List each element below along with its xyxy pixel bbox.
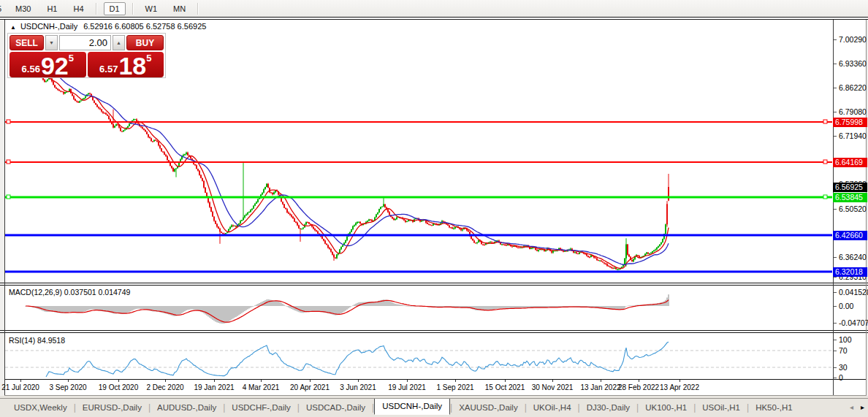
price-line-badge: 6.75998 xyxy=(833,118,867,127)
candle-body xyxy=(184,154,186,155)
level-line-anchor[interactable] xyxy=(823,160,827,164)
candle-body xyxy=(129,124,130,126)
date-axis[interactable]: 21 Jul 20203 Sep 202019 Oct 20202 Dec 20… xyxy=(4,380,833,395)
timeframe-h1[interactable]: H1 xyxy=(42,2,62,15)
candle-body xyxy=(460,229,462,230)
timeframe-mn[interactable]: MN xyxy=(168,2,191,15)
level-line-anchor[interactable] xyxy=(7,160,10,164)
date-tick-mark xyxy=(20,380,21,382)
timeframe-d1[interactable]: D1 xyxy=(104,2,126,15)
tab-uk100-h1[interactable]: UK100-,H1 xyxy=(639,401,693,414)
candle-body xyxy=(329,248,330,249)
sell-price-sup: 5 xyxy=(69,53,74,64)
main-macd-separator[interactable] xyxy=(0,283,868,286)
sell-price-quote[interactable]: 6.56 92 5 xyxy=(9,52,86,77)
candle-body xyxy=(159,145,161,148)
trade-quotes-row: 6.56 92 5 6.57 18 5 xyxy=(9,52,164,77)
price-axis[interactable]: 7.002906.933606.862206.790806.719406.576… xyxy=(833,0,868,398)
candle-body xyxy=(659,245,660,247)
candle-body xyxy=(332,252,333,255)
tab-xauusd-daily[interactable]: XAUUSD-,Daily xyxy=(452,401,525,414)
level-line-anchor[interactable] xyxy=(823,195,827,199)
macd-histogram-bar xyxy=(510,306,511,308)
macd-histogram-bar xyxy=(215,306,216,322)
tab-usdx-weekly[interactable]: USDX,Weekly xyxy=(7,401,74,414)
macd-histogram-bar xyxy=(497,306,498,309)
macd-histogram-bar xyxy=(628,305,630,306)
candle-body xyxy=(586,254,587,256)
candle-body xyxy=(96,104,98,107)
price-tick-label: 7.00290 xyxy=(839,35,867,44)
candle-body xyxy=(85,96,86,98)
timeframe-m30[interactable]: M30 xyxy=(10,2,36,15)
candle-body xyxy=(617,269,618,270)
tab-eurusd-daily[interactable]: EURUSD-,Daily xyxy=(76,401,148,414)
volume-input[interactable] xyxy=(59,35,111,50)
tab-usoil-h1[interactable]: USOil-,H1 xyxy=(696,401,747,414)
timeframe-w1[interactable]: W1 xyxy=(140,2,163,15)
macd-histogram-bar xyxy=(257,304,259,306)
timeframe-5[interactable]: 5 xyxy=(0,2,4,15)
buy-button[interactable]: BUY xyxy=(126,35,164,50)
macd-histogram-bar xyxy=(197,306,199,310)
macd-histogram-bar xyxy=(279,302,281,307)
candle-body xyxy=(336,254,338,258)
candle-body xyxy=(602,261,604,262)
tab-ukoil-h4[interactable]: UKOil-,H4 xyxy=(527,401,578,414)
candle-body xyxy=(538,250,539,251)
buy-price-prefix: 6.57 xyxy=(99,64,118,74)
macd-histogram-bar xyxy=(140,306,142,309)
tab-hk50-h1[interactable]: HK50-,H1 xyxy=(749,401,799,414)
candle-body xyxy=(564,251,566,252)
macd-histogram-bar xyxy=(208,306,209,317)
timeframe-buttons: 5M30H1H4D1W1MN xyxy=(0,0,202,17)
level-line-anchor[interactable] xyxy=(7,120,10,123)
chart-collapse-icon[interactable]: ▲ xyxy=(10,24,16,31)
candle-body xyxy=(378,209,380,213)
buy-price-quote[interactable]: 6.57 18 5 xyxy=(88,52,164,77)
sell-button[interactable]: SELL xyxy=(9,35,44,50)
tab-usdcad-daily[interactable]: USDCAD-,Daily xyxy=(300,401,372,414)
level-line-anchor[interactable] xyxy=(7,195,10,199)
candle-body xyxy=(449,226,450,228)
macd-rsi-separator[interactable] xyxy=(0,330,868,333)
macd-histogram-bar xyxy=(631,306,633,307)
date-tick-label: 15 Oct 2021 xyxy=(485,383,525,391)
candle-body xyxy=(83,98,85,99)
tab-usdcnh-daily[interactable]: USDCNH-,Daily xyxy=(374,398,450,415)
macd-histogram-bar xyxy=(492,306,494,310)
tab-usdchf-daily[interactable]: USDCHF-,Daily xyxy=(225,401,297,414)
macd-histogram-bar xyxy=(80,306,82,313)
timeframe-h4[interactable]: H4 xyxy=(68,2,88,15)
macd-histogram-bar xyxy=(340,306,342,313)
macd-histogram-bar xyxy=(281,303,282,306)
macd-histogram-bar xyxy=(183,306,184,313)
level-line-anchor[interactable] xyxy=(823,120,827,123)
volume-decrease-button[interactable]: ▼ xyxy=(45,35,58,50)
candle-body xyxy=(77,102,79,103)
candle-body xyxy=(56,88,57,89)
candle-body xyxy=(392,217,393,218)
candle-body xyxy=(297,223,298,226)
date-tick-label: 19 Oct 2020 xyxy=(99,383,138,391)
date-tick-mark xyxy=(455,380,456,382)
tab-audusd-daily[interactable]: AUDUSD-,Daily xyxy=(151,401,223,414)
candle-body xyxy=(450,227,452,228)
candle-body xyxy=(536,250,538,250)
macd-histogram-bar xyxy=(194,306,196,310)
macd-histogram-bar xyxy=(317,306,319,312)
tab-dj30-daily[interactable]: DJ30-,Daily xyxy=(580,401,636,414)
candle-body xyxy=(647,253,649,254)
candle-body xyxy=(596,259,598,261)
tabs-scroll-right-icon[interactable]: ▸ xyxy=(857,402,868,413)
candle-body xyxy=(88,93,89,95)
candle-body xyxy=(294,218,295,222)
volume-increase-button[interactable]: ▲ xyxy=(113,35,125,50)
tabs-scroll-left-icon[interactable]: ◂ xyxy=(846,402,857,413)
rsi-label: RSI(14) 84.9518 xyxy=(9,336,65,345)
macd-histogram-bar xyxy=(212,306,213,320)
macd-histogram-bar xyxy=(209,306,210,318)
macd-histogram-bar xyxy=(405,306,406,307)
macd-histogram-bar xyxy=(44,306,45,312)
macd-histogram-bar xyxy=(288,306,289,307)
